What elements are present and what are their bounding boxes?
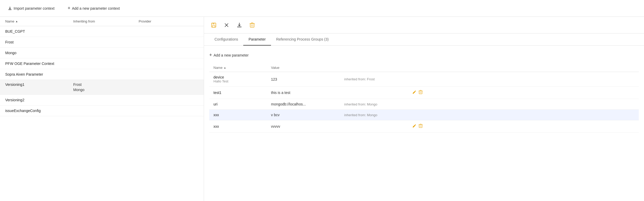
col-inheriting: Inheriting from <box>73 19 139 23</box>
row-name: Frost <box>5 40 73 44</box>
param-col-actions <box>412 66 428 70</box>
download-icon <box>236 22 242 28</box>
add-param-plus-icon: + <box>209 52 212 58</box>
svg-rect-7 <box>237 26 242 27</box>
svg-rect-10 <box>251 23 253 23</box>
left-panel: Name ▲ Inheriting from Provider BUE_CGPT… <box>0 17 204 201</box>
add-parameter-button[interactable]: + Add a new parameter <box>209 51 248 59</box>
table-row[interactable]: Versioning2 <box>0 95 204 105</box>
param-name-cell: xxx <box>213 113 271 117</box>
row-name: Versioning2 <box>5 98 73 102</box>
param-col-inherited <box>344 66 412 70</box>
table-header: Name ▲ Inheriting from Provider <box>0 17 204 26</box>
save-button[interactable] <box>209 21 218 30</box>
col-name-label: Name <box>5 19 14 23</box>
delete-button[interactable] <box>248 21 256 30</box>
inheriting-value: Mongo <box>73 88 139 92</box>
params-table-header: Name ▲ Value <box>209 64 639 72</box>
svg-rect-13 <box>419 91 422 94</box>
param-inherited: inherited from: Frost <box>344 77 412 81</box>
add-context-label: Add a new parameter context <box>72 6 120 10</box>
param-value: 123 <box>271 77 344 81</box>
right-panel: Configurations Parameter Referencing Pro… <box>204 17 644 201</box>
right-toolbar <box>204 17 644 34</box>
svg-rect-2 <box>212 23 215 24</box>
param-row[interactable]: xxx v bcv inherited from: Mongo <box>209 110 639 120</box>
param-row[interactable]: device Hallo Test 123 inherited from: Fr… <box>209 72 639 87</box>
delete-param-icon[interactable] <box>419 90 423 96</box>
param-col-name: Name ▲ <box>213 66 271 70</box>
table-row[interactable]: PFW OGE Parameter Context <box>0 58 204 69</box>
param-row[interactable]: uri mongodb://localhos... inherited from… <box>209 99 639 110</box>
param-col-value: Value <box>271 66 344 70</box>
row-name: BUE_CGPT <box>5 29 73 34</box>
table-row[interactable]: Mongo <box>0 48 204 58</box>
tab-referencing[interactable]: Referencing Process Groups (3) <box>271 34 334 46</box>
import-icon <box>8 6 12 10</box>
svg-rect-20 <box>420 124 421 125</box>
svg-rect-3 <box>212 25 215 27</box>
param-value: mongodb://localhos... <box>271 102 344 106</box>
param-sort-icon: ▲ <box>224 66 226 69</box>
param-row[interactable]: test1 this is a test <box>209 87 639 99</box>
col-provider-label: Provider <box>139 19 151 23</box>
svg-rect-8 <box>250 24 254 27</box>
row-name: Versioning1 <box>5 82 73 92</box>
svg-rect-0 <box>8 9 12 10</box>
col-name: Name ▲ <box>5 19 73 23</box>
delete-param-icon[interactable] <box>419 124 423 129</box>
import-button[interactable]: Import parameter context <box>5 5 57 12</box>
table-row[interactable]: Sopra Aiven Parameter <box>0 69 204 80</box>
param-name: xxx <box>213 113 271 117</box>
cancel-button[interactable] <box>222 21 231 29</box>
table-row[interactable]: BUE_CGPT <box>0 26 204 37</box>
row-name: PFW OGE Parameter Context <box>5 62 73 66</box>
param-name: test1 <box>213 91 271 95</box>
right-content: + Add a new parameter Name ▲ Value devic… <box>204 46 644 201</box>
save-icon <box>211 22 217 28</box>
tab-bar: Configurations Parameter Referencing Pro… <box>204 34 644 46</box>
col-inheriting-label: Inheriting from <box>73 19 95 23</box>
col-provider: Provider <box>139 19 199 23</box>
cancel-icon <box>224 23 229 28</box>
param-name-cell: device Hallo Test <box>213 75 271 83</box>
param-inherited: inherited from: Mongo <box>344 113 412 117</box>
param-name-cell: xxx <box>213 124 271 129</box>
inheriting-value: Frost <box>73 82 139 87</box>
edit-icon[interactable] <box>412 124 416 129</box>
main-layout: Name ▲ Inheriting from Provider BUE_CGPT… <box>0 17 644 201</box>
row-name: Mongo <box>5 51 73 55</box>
add-context-button[interactable]: + Add a new parameter context <box>65 4 122 13</box>
svg-rect-18 <box>419 125 422 127</box>
table-row[interactable]: issueExchangeConfig <box>0 105 204 116</box>
param-name-cell: test1 <box>213 91 271 95</box>
param-name-cell: uri <box>213 102 271 106</box>
param-row[interactable]: xxx vvvvv <box>209 120 639 133</box>
col-name-sort-icon: ▲ <box>15 20 18 23</box>
param-name: xxx <box>213 124 271 129</box>
param-value: v bcv <box>271 113 344 117</box>
context-table-body: BUE_CGPT Frost Mongo PFW OGE Parameter C… <box>0 26 204 201</box>
svg-rect-4 <box>213 23 213 24</box>
svg-rect-15 <box>420 90 421 91</box>
param-inherited: inherited from: Mongo <box>344 102 412 106</box>
add-param-label: Add a new parameter <box>214 53 249 57</box>
tab-parameter[interactable]: Parameter <box>243 34 271 46</box>
add-plus-icon: + <box>67 5 70 11</box>
edit-icon[interactable] <box>412 90 416 95</box>
row-name: Sopra Aiven Parameter <box>5 72 73 76</box>
tab-configurations[interactable]: Configurations <box>209 34 243 46</box>
param-name: device <box>213 75 271 79</box>
table-row[interactable]: Frost <box>0 37 204 48</box>
row-name: issueExchangeConfig <box>5 109 73 113</box>
param-value: vvvvv <box>271 124 344 129</box>
import-label: Import parameter context <box>14 6 54 10</box>
download-button[interactable] <box>235 21 244 30</box>
param-sub-name: Hallo Test <box>213 79 271 83</box>
row-provider <box>139 82 199 92</box>
table-row[interactable]: Versioning1 Frost Mongo <box>0 80 204 95</box>
param-value: this is a test <box>271 91 344 95</box>
param-actions[interactable] <box>412 90 428 96</box>
param-actions[interactable] <box>412 124 428 129</box>
top-toolbar: Import parameter context + Add a new par… <box>0 0 644 17</box>
